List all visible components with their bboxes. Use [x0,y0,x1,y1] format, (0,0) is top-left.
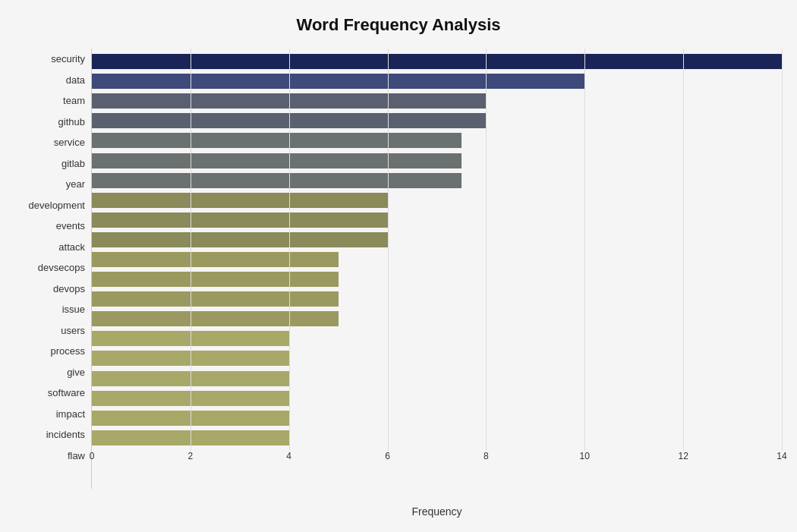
y-label: year [15,175,91,194]
bar [92,173,462,188]
y-label: security [15,49,91,69]
x-axis: 02468101214 [92,451,782,474]
chart-container: Word Frequency Analysis securitydatateam… [0,0,797,532]
bar-row [92,172,782,189]
y-label: events [15,216,91,236]
bar-row [92,430,782,446]
x-tick: 10 [580,451,590,461]
y-label: devops [15,279,91,298]
x-tick: 8 [484,451,489,461]
bar [92,291,339,307]
bar-row [92,370,782,387]
bar-row [92,212,782,228]
bar-row [92,350,782,367]
x-tick: 12 [678,451,688,461]
y-label: github [15,112,91,131]
grid-line [388,49,389,451]
y-label: give [15,362,91,382]
bar [92,193,388,208]
bar-row [92,231,782,248]
bar-row [92,112,782,129]
grid-line [486,49,487,451]
bar-row [92,53,782,70]
bar-row [92,390,782,407]
bars-container [92,49,782,451]
y-label: flaw [15,445,91,465]
bar [92,54,782,69]
bar [92,232,388,247]
bar [92,252,339,267]
chart-title: Word Frequency Analysis [15,15,782,35]
y-label: impact [15,404,91,423]
grid-line [683,49,684,451]
bar-row [92,93,782,109]
y-label: incidents [15,425,91,445]
bar-row [92,73,782,90]
y-label: attack [15,237,91,257]
x-tick: 14 [777,451,786,461]
bar [92,272,339,287]
y-label: process [15,342,91,361]
x-tick: 6 [385,451,390,461]
grid-and-bars: 02468101214 [92,49,782,474]
plot-area: 02468101214 Frequency [91,49,782,489]
bar-row [92,330,782,347]
bar-row [92,192,782,209]
y-label: devsecops [15,258,91,278]
bar [92,133,462,148]
grid-line [782,49,783,451]
bar-row [92,410,782,427]
grid-line [289,49,290,451]
chart-area: securitydatateamgithubservicegitlabyeard… [15,49,782,489]
grid-line [584,49,585,451]
x-axis-label: Frequency [92,505,782,518]
bar [92,74,584,89]
bar-row [92,251,782,268]
x-tick: 0 [90,451,95,461]
y-label: development [15,195,91,215]
bar [92,311,339,326]
y-label: service [15,133,91,153]
y-label: software [15,383,91,403]
x-tick: 2 [188,451,194,461]
bar-row [92,310,782,327]
y-label: issue [15,300,91,320]
bar-row [92,271,782,288]
y-labels: securitydatateamgithubservicegitlabyeard… [15,49,91,489]
y-label: data [15,70,91,90]
bar [92,212,388,228]
y-label: team [15,91,91,111]
x-tick: 4 [286,451,291,461]
bar [92,153,462,168]
bar-row [92,153,782,169]
y-label: users [15,320,91,340]
bar-row [92,132,782,149]
grid-line [191,49,191,451]
bar-row [92,291,782,307]
y-label: gitlab [15,153,91,173]
